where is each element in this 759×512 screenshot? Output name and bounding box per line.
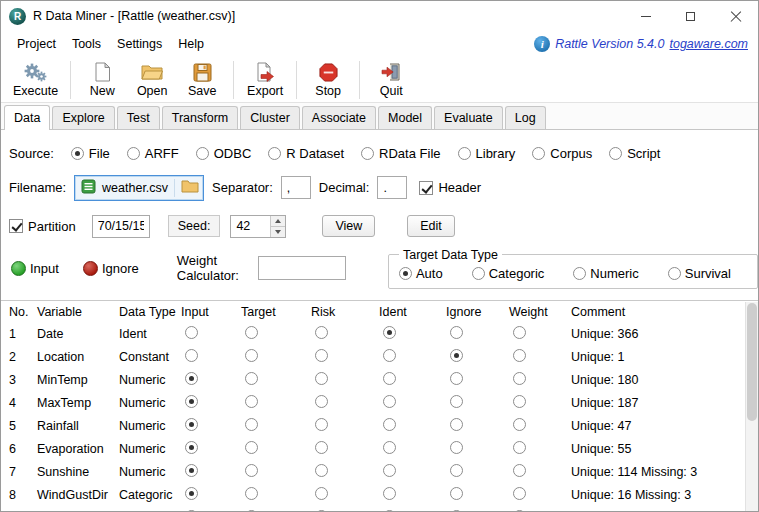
source-option-library[interactable]: Library bbox=[458, 146, 516, 161]
stop-button[interactable]: Stop bbox=[303, 58, 353, 101]
col-header-ignore[interactable]: Ignore bbox=[438, 305, 501, 319]
role-radio-ignore[interactable] bbox=[450, 464, 463, 477]
role-radio-target[interactable] bbox=[245, 464, 258, 477]
close-button[interactable] bbox=[713, 1, 758, 31]
role-radio-input[interactable] bbox=[185, 372, 198, 385]
role-radio-risk[interactable] bbox=[315, 349, 328, 362]
role-radio-weight[interactable] bbox=[513, 372, 526, 385]
role-radio-input[interactable] bbox=[185, 464, 198, 477]
role-radio-ident[interactable] bbox=[383, 464, 396, 477]
quit-button[interactable]: Quit bbox=[366, 58, 416, 101]
open-button[interactable]: Open bbox=[127, 58, 177, 101]
tab-log[interactable]: Log bbox=[505, 106, 546, 129]
role-radio-input[interactable] bbox=[185, 441, 198, 454]
role-radio-weight[interactable] bbox=[513, 441, 526, 454]
tdt-option-survival[interactable]: Survival bbox=[668, 266, 731, 281]
col-header-weight[interactable]: Weight bbox=[501, 305, 563, 319]
spin-up-icon[interactable] bbox=[271, 216, 285, 226]
role-radio-ident[interactable] bbox=[383, 326, 396, 339]
role-radio-target[interactable] bbox=[245, 395, 258, 408]
role-radio-ident[interactable] bbox=[383, 349, 396, 362]
seed-input[interactable] bbox=[231, 216, 270, 237]
tab-evaluate[interactable]: Evaluate bbox=[434, 106, 503, 129]
role-radio-target[interactable] bbox=[245, 326, 258, 339]
source-option-corpus[interactable]: Corpus bbox=[532, 146, 592, 161]
role-radio-weight[interactable] bbox=[513, 418, 526, 431]
source-option-rdatafile[interactable]: RData File bbox=[361, 146, 440, 161]
role-radio-ignore[interactable] bbox=[450, 441, 463, 454]
decimal-input[interactable] bbox=[377, 176, 407, 199]
tab-data[interactable]: Data bbox=[4, 105, 50, 129]
tab-model[interactable]: Model bbox=[378, 106, 432, 129]
tab-associate[interactable]: Associate bbox=[302, 106, 376, 129]
vertical-scrollbar[interactable] bbox=[745, 302, 758, 512]
col-header-no[interactable]: No. bbox=[1, 305, 29, 319]
seed-spinner[interactable] bbox=[230, 215, 286, 238]
role-radio-target[interactable] bbox=[245, 372, 258, 385]
header-checkbox-option[interactable]: Header bbox=[419, 180, 481, 195]
menu-settings[interactable]: Settings bbox=[109, 34, 170, 54]
role-radio-ignore[interactable] bbox=[450, 372, 463, 385]
role-radio-input[interactable] bbox=[185, 395, 198, 408]
role-radio-risk[interactable] bbox=[315, 441, 328, 454]
role-radio-input[interactable] bbox=[185, 487, 198, 500]
togaware-link[interactable]: togaware.com bbox=[669, 37, 748, 51]
weight-calculator-input[interactable] bbox=[258, 256, 346, 280]
role-radio-ignore[interactable] bbox=[450, 326, 463, 339]
scrollbar-thumb[interactable] bbox=[747, 303, 757, 421]
source-option-arff[interactable]: ARFF bbox=[127, 146, 179, 161]
source-option-rdataset[interactable]: R Dataset bbox=[268, 146, 344, 161]
role-radio-ignore[interactable] bbox=[450, 487, 463, 500]
col-header-input[interactable]: Input bbox=[173, 305, 233, 319]
tdt-option-categoric[interactable]: Categoric bbox=[472, 266, 545, 281]
col-header-target[interactable]: Target bbox=[233, 305, 303, 319]
col-header-ident[interactable]: Ident bbox=[371, 305, 438, 319]
role-radio-ident[interactable] bbox=[383, 395, 396, 408]
tdt-option-numeric[interactable]: Numeric bbox=[573, 266, 638, 281]
role-radio-risk[interactable] bbox=[315, 464, 328, 477]
save-button[interactable]: Save bbox=[177, 58, 227, 101]
role-radio-risk[interactable] bbox=[315, 418, 328, 431]
role-radio-ident[interactable] bbox=[383, 441, 396, 454]
execute-button[interactable]: Execute bbox=[7, 58, 64, 101]
col-header-comment[interactable]: Comment bbox=[563, 305, 745, 319]
role-radio-target[interactable] bbox=[245, 441, 258, 454]
role-radio-weight[interactable] bbox=[513, 464, 526, 477]
view-button[interactable]: View bbox=[322, 215, 375, 237]
tab-cluster[interactable]: Cluster bbox=[240, 106, 300, 129]
new-button[interactable]: New bbox=[77, 58, 127, 101]
tab-explore[interactable]: Explore bbox=[52, 106, 114, 129]
role-radio-ignore[interactable] bbox=[450, 349, 463, 362]
spin-down-icon[interactable] bbox=[271, 226, 285, 237]
role-radio-risk[interactable] bbox=[315, 372, 328, 385]
tdt-option-auto[interactable]: Auto bbox=[399, 266, 443, 281]
maximize-button[interactable] bbox=[668, 1, 713, 31]
role-radio-ident[interactable] bbox=[383, 487, 396, 500]
filename-chooser[interactable]: weather.csv bbox=[74, 175, 204, 201]
tab-transform[interactable]: Transform bbox=[162, 106, 239, 129]
role-radio-target[interactable] bbox=[245, 349, 258, 362]
role-radio-ignore[interactable] bbox=[450, 395, 463, 408]
role-radio-target[interactable] bbox=[245, 487, 258, 500]
source-option-script[interactable]: Script bbox=[609, 146, 660, 161]
minimize-button[interactable] bbox=[623, 1, 668, 31]
source-option-file[interactable]: File bbox=[71, 146, 110, 161]
role-radio-weight[interactable] bbox=[513, 349, 526, 362]
folder-icon[interactable] bbox=[181, 179, 199, 196]
col-header-variable[interactable]: Variable bbox=[29, 305, 111, 319]
menu-project[interactable]: Project bbox=[9, 34, 64, 54]
tab-test[interactable]: Test bbox=[117, 106, 160, 129]
separator-input[interactable] bbox=[281, 176, 311, 199]
source-option-odbc[interactable]: ODBC bbox=[196, 146, 252, 161]
role-radio-ident[interactable] bbox=[383, 418, 396, 431]
role-radio-risk[interactable] bbox=[315, 487, 328, 500]
role-radio-target[interactable] bbox=[245, 418, 258, 431]
role-radio-weight[interactable] bbox=[513, 487, 526, 500]
role-radio-input[interactable] bbox=[185, 418, 198, 431]
menu-tools[interactable]: Tools bbox=[64, 34, 109, 54]
role-radio-ignore[interactable] bbox=[450, 418, 463, 431]
role-radio-risk[interactable] bbox=[315, 326, 328, 339]
col-header-datatype[interactable]: Data Type bbox=[111, 305, 173, 319]
partition-input[interactable] bbox=[92, 215, 150, 238]
role-radio-risk[interactable] bbox=[315, 395, 328, 408]
